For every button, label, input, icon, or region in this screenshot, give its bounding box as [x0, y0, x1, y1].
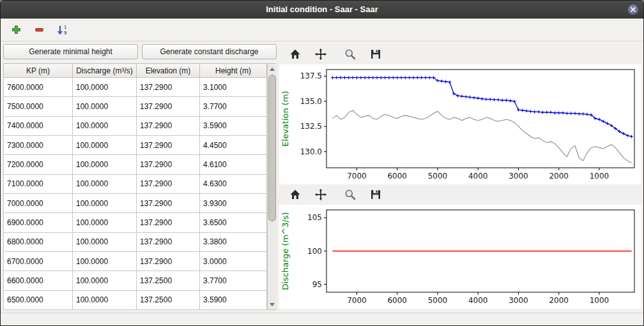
table-cell[interactable]: 3.5900 [200, 290, 267, 309]
table-cell[interactable]: 4.6100 [200, 155, 267, 174]
table-scrollbar[interactable] [267, 63, 277, 310]
zoom-icon [344, 188, 356, 201]
table-cell[interactable]: 137.2900 [137, 78, 200, 97]
svg-text:100: 100 [307, 247, 322, 256]
table-cell[interactable]: 3.7700 [200, 97, 267, 116]
table-cell[interactable]: 100.0000 [73, 213, 137, 232]
table-cell[interactable]: 100.0000 [73, 116, 137, 135]
table-cell[interactable]: 6900.0000 [4, 213, 73, 232]
table-cell[interactable]: 137.2900 [137, 135, 200, 154]
table-cell[interactable]: 100.0000 [73, 232, 137, 251]
svg-text:1000: 1000 [590, 172, 610, 181]
table-cell[interactable]: 100.0000 [73, 135, 137, 154]
close-button[interactable] [627, 4, 639, 15]
table-cell[interactable]: 7000.0000 [4, 193, 73, 212]
pan-button[interactable] [312, 46, 329, 63]
table-cell[interactable]: 3.7700 [200, 271, 267, 290]
remove-row-button[interactable] [30, 22, 48, 38]
scrollbar-thumb[interactable] [268, 75, 276, 221]
save-button[interactable] [367, 46, 384, 63]
table-cell[interactable]: 7100.0000 [4, 174, 73, 193]
svg-text:3000: 3000 [509, 172, 528, 181]
table-cell[interactable]: 6600.0000 [4, 271, 73, 290]
table-column-header[interactable]: Height (m) [200, 64, 267, 78]
table-cell[interactable]: 100.0000 [73, 193, 137, 212]
scrollbar-down-arrow[interactable] [268, 300, 277, 309]
table-cell[interactable]: 6700.0000 [4, 251, 73, 270]
table-cell[interactable]: 137.2900 [137, 193, 200, 212]
table-cell[interactable]: 137.2500 [137, 290, 200, 309]
table-row: 7000.0000100.0000137.29003.9300 [4, 193, 267, 212]
table-column-header[interactable]: KP (m) [4, 64, 73, 78]
table-cell[interactable]: 7400.0000 [4, 116, 73, 135]
table-cell[interactable]: 3.0000 [200, 251, 267, 270]
table-cell[interactable]: 7200.0000 [4, 155, 73, 174]
svg-text:5000: 5000 [428, 296, 448, 305]
table-cell[interactable]: 137.2900 [137, 97, 200, 116]
table-cell[interactable]: 3.3800 [200, 232, 267, 251]
initial-condition-table: KP (m)Discharge (m³/s)Elevation (m)Heigh… [3, 63, 267, 310]
generate-minimal-height-button[interactable]: Generate minimal height [3, 44, 138, 59]
home-icon [289, 188, 302, 201]
svg-text:1: 1 [64, 25, 66, 30]
table-cell[interactable]: 3.9300 [200, 193, 267, 212]
zoom-button[interactable] [342, 186, 358, 203]
table-cell[interactable]: 7300.0000 [4, 135, 73, 154]
table-cell[interactable]: 6800.0000 [4, 232, 73, 251]
table-cell[interactable]: 137.2500 [137, 271, 200, 290]
table-cell[interactable]: 137.2900 [137, 116, 200, 135]
discharge-chart[interactable]: 700060005000400030002000100095100105Disc… [279, 205, 641, 309]
pan-button[interactable] [312, 186, 329, 203]
table-cell[interactable]: 137.2900 [137, 155, 200, 174]
table-cell[interactable]: 100.0000 [73, 174, 137, 193]
titlebar[interactable]: Initial condition - Saar - Saar [1, 1, 643, 19]
table-cell[interactable]: 137.2900 [137, 174, 200, 193]
svg-text:6000: 6000 [387, 172, 407, 181]
zoom-button[interactable] [342, 46, 358, 63]
add-row-button[interactable] [7, 22, 25, 38]
svg-text:95: 95 [312, 280, 322, 289]
svg-text:132.5: 132.5 [300, 122, 322, 131]
table-cell[interactable]: 100.0000 [73, 290, 137, 309]
table-wrap: KP (m)Discharge (m³/s)Elevation (m)Heigh… [3, 63, 277, 310]
table-panel: Generate minimal height Generate constan… [3, 44, 277, 310]
table-cell[interactable]: 100.0000 [73, 155, 137, 174]
table-cell[interactable]: 100.0000 [73, 271, 137, 290]
svg-text:5000: 5000 [428, 172, 448, 181]
table-row: 7100.0000100.0000137.29004.6300 [4, 174, 267, 193]
table-row: 7600.0000100.0000137.29003.1000 [4, 78, 267, 97]
table-cell[interactable]: 100.0000 [73, 97, 137, 116]
generate-constant-discharge-button[interactable]: Generate constant discharge [142, 44, 277, 59]
charts-panel: 7000600050004000300020001000130.0132.513… [279, 44, 641, 310]
table-cell[interactable]: 137.2900 [137, 213, 200, 232]
table-row: 6500.0000100.0000137.25003.5900 [4, 290, 267, 309]
table-column-header[interactable]: Elevation (m) [137, 64, 200, 78]
table-cell[interactable]: 7500.0000 [4, 97, 73, 116]
table-cell[interactable]: 4.6300 [200, 174, 267, 193]
home-button[interactable] [287, 186, 303, 203]
sort-numeric-icon: 1 9 [56, 24, 68, 36]
table-cell[interactable]: 3.1000 [200, 78, 267, 97]
sort-rows-button[interactable]: 1 9 [53, 22, 71, 38]
table-cell[interactable]: 137.2900 [137, 251, 200, 270]
table-row: 7400.0000100.0000137.29003.5900 [4, 116, 267, 135]
save-icon [369, 188, 382, 201]
table-cell[interactable]: 100.0000 [73, 78, 137, 97]
window-title: Initial condition - Saar - Saar [1, 4, 643, 14]
table-cell[interactable]: 3.6500 [200, 213, 267, 232]
table-column-header[interactable]: Discharge (m³/s) [73, 64, 137, 78]
scrollbar-up-arrow[interactable] [268, 64, 277, 73]
table-cell[interactable]: 137.2900 [137, 232, 200, 251]
status-bar [1, 313, 643, 325]
table-cell[interactable]: 3.5900 [200, 116, 267, 135]
table-cell[interactable]: 4.4500 [200, 135, 267, 154]
elevation-chart[interactable]: 7000600050004000300020001000130.0132.513… [279, 64, 641, 184]
table-cell[interactable]: 6500.0000 [4, 290, 73, 309]
table-cell[interactable]: 100.0000 [73, 251, 137, 270]
home-icon [289, 48, 302, 61]
table-row: 6600.0000100.0000137.25003.7700 [4, 271, 267, 290]
svg-text:9: 9 [64, 31, 66, 36]
home-button[interactable] [287, 46, 303, 63]
table-cell[interactable]: 7600.0000 [4, 78, 73, 97]
save-button[interactable] [367, 186, 384, 203]
